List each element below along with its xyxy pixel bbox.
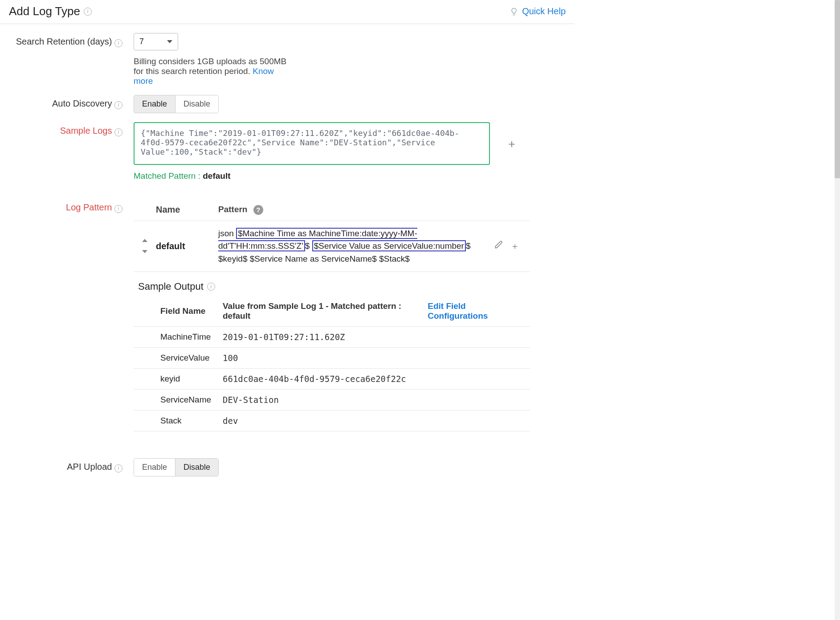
matched-pattern: Matched Pattern : default xyxy=(134,171,534,181)
vertical-scrollbar[interactable] xyxy=(835,0,840,620)
search-retention-value: 7 xyxy=(139,37,144,46)
sample-output-row: keyid661dc0ae-404b-4f0d-9579-ceca6e20f22… xyxy=(134,369,530,390)
api-upload-disable-button[interactable]: Disable xyxy=(175,459,218,476)
pattern-col-name: Name xyxy=(156,205,218,215)
so-field-name: Stack xyxy=(134,416,223,426)
sample-logs-label: Sample Logs i xyxy=(0,122,134,136)
auto-discovery-enable-button[interactable]: Enable xyxy=(134,95,175,113)
move-up-button[interactable] xyxy=(142,239,147,242)
so-field-value: 100 xyxy=(223,353,530,363)
edit-pattern-button[interactable] xyxy=(494,240,503,252)
info-icon[interactable]: i xyxy=(114,39,122,47)
add-sample-log-button[interactable]: ＋ xyxy=(503,133,520,154)
api-upload-enable-button[interactable]: Enable xyxy=(134,459,175,476)
api-upload-label: API Upload i xyxy=(0,458,134,472)
so-col-value: Value from Sample Log 1 - Matched patter… xyxy=(223,301,428,321)
sample-output-title: Sample Output i xyxy=(138,281,534,292)
page-title-text: Add Log Type xyxy=(9,4,80,18)
sample-output-row: Stackdev xyxy=(134,411,530,431)
pattern-name: default xyxy=(156,241,218,251)
info-icon[interactable]: i xyxy=(207,283,215,291)
page-title: Add Log Type i xyxy=(9,4,92,18)
quick-help-text: Quick Help xyxy=(522,6,566,16)
bulb-icon xyxy=(510,7,518,16)
api-upload-toggle: Enable Disable xyxy=(134,458,219,476)
add-pattern-button[interactable]: ＋ xyxy=(510,240,519,252)
sample-output-header: Field Name Value from Sample Log 1 - Mat… xyxy=(134,296,530,327)
edit-field-config-link[interactable]: Edit Field Configurations xyxy=(428,301,526,321)
so-field-value: 661dc0ae-404b-4f0d-9579-ceca6e20f22c xyxy=(223,374,530,384)
search-retention-select[interactable]: 7 xyxy=(134,33,178,50)
so-field-name: ServiceName xyxy=(134,395,223,405)
auto-discovery-disable-button[interactable]: Disable xyxy=(175,95,218,113)
pattern-row: default json $Machine Time as MachineTim… xyxy=(134,221,530,272)
search-retention-label: Search Retention (days) i xyxy=(0,33,134,47)
move-down-button[interactable] xyxy=(142,250,147,253)
help-icon[interactable]: ? xyxy=(253,205,263,215)
log-pattern-label: Log Pattern i xyxy=(0,199,134,213)
so-field-value: 2019-01-01T09:27:11.620Z xyxy=(223,332,530,342)
quick-help-link[interactable]: Quick Help xyxy=(510,6,566,16)
sample-logs-textarea[interactable] xyxy=(134,122,490,165)
auto-discovery-toggle: Enable Disable xyxy=(134,95,219,113)
pattern-text: json $Machine Time as MachineTime:date:y… xyxy=(218,227,494,266)
chevron-down-icon xyxy=(167,40,172,43)
sample-output-row: MachineTime2019-01-01T09:27:11.620Z xyxy=(134,327,530,348)
sample-output-row: ServiceNameDEV-Station xyxy=(134,390,530,411)
pattern-highlight-2: $Service Value as ServiceValue:number xyxy=(312,240,466,251)
pattern-table-header: Name Pattern ? xyxy=(134,199,530,221)
auto-discovery-label: Auto Discovery i xyxy=(0,95,134,109)
so-field-value: DEV-Station xyxy=(223,395,530,405)
info-icon[interactable]: i xyxy=(114,205,122,213)
pencil-icon xyxy=(494,240,503,249)
so-field-value: dev xyxy=(223,416,530,426)
scrollbar-thumb[interactable] xyxy=(835,0,840,178)
pattern-col-pattern: Pattern ? xyxy=(218,203,494,216)
so-field-name: MachineTime xyxy=(134,332,223,342)
info-icon[interactable]: i xyxy=(114,101,122,109)
info-icon[interactable]: i xyxy=(114,464,122,472)
retention-hint: Billing considers 1GB uploads as 500MB f… xyxy=(134,57,294,86)
sample-output-row: ServiceValue100 xyxy=(134,348,530,369)
info-icon[interactable]: i xyxy=(84,8,92,16)
so-field-name: ServiceValue xyxy=(134,353,223,363)
so-field-name: keyid xyxy=(134,374,223,384)
so-col-field: Field Name xyxy=(134,306,223,316)
info-icon[interactable]: i xyxy=(114,128,122,136)
